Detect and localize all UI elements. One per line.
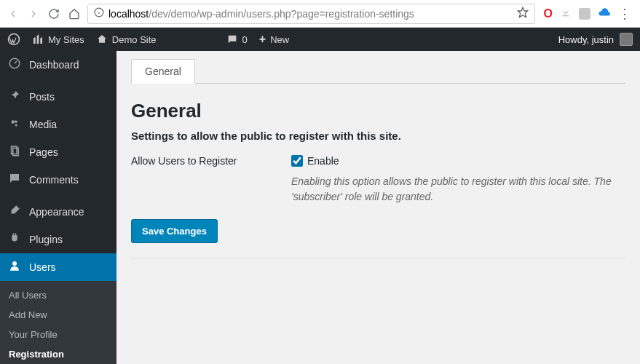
submenu-your-profile[interactable]: Your Profile <box>0 325 116 344</box>
url-path: /dev/demo/wp-admin/users.php?page=regist… <box>149 8 414 20</box>
sidebar-item-label: Users <box>29 261 56 273</box>
tab-general[interactable]: General <box>131 59 195 84</box>
sidebar-item-label: Plugins <box>29 234 63 245</box>
page-description: Settings to allow the public to register… <box>131 130 625 142</box>
sidebar-item-appearance[interactable]: Appearance <box>0 198 116 226</box>
submenu-registration[interactable]: Registration <box>0 344 116 364</box>
plug-icon <box>7 232 22 248</box>
svg-point-8 <box>15 124 17 127</box>
forward-button[interactable] <box>26 7 41 21</box>
setting-allow-register: Allow Users to Register Enable Enabling … <box>131 155 625 205</box>
wp-admin-bar: My Sites Demo Site 0 + New Howdy, justin <box>0 28 640 51</box>
submenu-all-users[interactable]: All Users <box>0 285 116 305</box>
info-icon <box>94 7 104 20</box>
sidebar-item-label: Pages <box>29 146 58 158</box>
sidebar-item-label: Comments <box>29 174 79 186</box>
plus-icon: + <box>259 33 266 46</box>
divider <box>131 258 625 258</box>
setting-description: Enabling this option allows the public t… <box>291 174 625 205</box>
save-changes-button[interactable]: Save Changes <box>131 219 218 243</box>
site-link[interactable]: Demo Site <box>96 33 157 45</box>
pin-icon <box>7 89 22 105</box>
enable-checkbox-label[interactable]: Enable <box>291 155 625 167</box>
address-bar[interactable]: localhost/dev/demo/wp-admin/users.php?pa… <box>87 4 535 24</box>
sidebar-item-plugins[interactable]: Plugins <box>0 226 116 253</box>
sidebar-item-media[interactable]: Media <box>0 111 116 138</box>
extension-square-icon[interactable] <box>579 8 590 20</box>
dashboard-icon <box>7 57 22 73</box>
star-icon[interactable] <box>517 7 529 20</box>
admin-sidebar: Dashboard Posts Media Pages Comments App… <box>0 51 116 364</box>
avatar[interactable] <box>620 33 633 46</box>
svg-rect-4 <box>562 15 569 16</box>
sidebar-item-users[interactable]: Users <box>0 253 116 281</box>
url-host: localhost <box>108 8 149 20</box>
sidebar-item-label: Posts <box>29 91 55 103</box>
enable-checkbox[interactable] <box>291 155 303 167</box>
new-link[interactable]: + New <box>259 33 289 46</box>
svg-point-11 <box>12 261 17 266</box>
svg-marker-3 <box>518 7 527 17</box>
back-button[interactable] <box>6 7 20 21</box>
site-label: Demo Site <box>112 34 157 45</box>
howdy-text[interactable]: Howdy, justin <box>558 34 614 45</box>
setting-label: Allow Users to Register <box>131 155 277 167</box>
sidebar-item-comments[interactable]: Comments <box>0 166 116 194</box>
page-heading: General <box>131 100 625 122</box>
my-sites-label: My Sites <box>48 34 84 45</box>
sidebar-item-label: Appearance <box>29 206 84 218</box>
new-label: New <box>270 34 289 45</box>
comments-link[interactable]: 0 <box>226 33 248 45</box>
sidebar-item-label: Dashboard <box>29 59 79 71</box>
user-icon <box>7 259 22 275</box>
browser-toolbar: localhost/dev/demo/wp-admin/users.php?pa… <box>0 0 640 28</box>
wp-logo[interactable] <box>7 33 20 46</box>
media-icon <box>7 116 22 132</box>
extension-icons: O ⋮ <box>541 6 634 22</box>
comments-icon <box>7 172 22 188</box>
content-area: General General Settings to allow the pu… <box>116 51 640 364</box>
users-submenu: All Users Add New Your Profile Registrat… <box>0 281 116 364</box>
sidebar-item-dashboard[interactable]: Dashboard <box>0 51 116 79</box>
opera-icon[interactable]: O <box>544 7 553 20</box>
reload-button[interactable] <box>47 7 61 21</box>
tab-bar: General <box>131 58 625 84</box>
comments-count: 0 <box>242 34 248 45</box>
my-sites-link[interactable]: My Sites <box>32 33 84 45</box>
browser-menu-icon[interactable]: ⋮ <box>618 6 631 22</box>
brush-icon <box>7 204 22 220</box>
sidebar-item-label: Media <box>29 119 57 130</box>
cloud-icon[interactable] <box>598 6 611 22</box>
sidebar-item-posts[interactable]: Posts <box>0 83 116 111</box>
pages-icon <box>7 144 22 160</box>
download-icon[interactable] <box>560 7 572 21</box>
url-text: localhost/dev/demo/wp-admin/users.php?pa… <box>108 8 513 20</box>
sidebar-item-pages[interactable]: Pages <box>0 138 116 166</box>
enable-text: Enable <box>307 155 339 167</box>
svg-point-7 <box>12 120 15 124</box>
home-button[interactable] <box>67 7 82 21</box>
submenu-add-new[interactable]: Add New <box>0 305 116 325</box>
